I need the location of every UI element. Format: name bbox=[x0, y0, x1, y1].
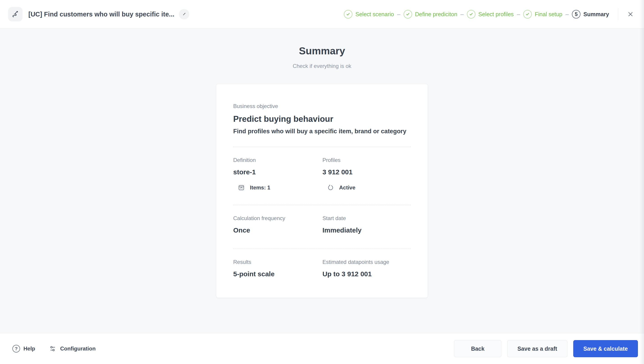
check-circle-icon bbox=[344, 10, 352, 19]
calculation-frequency-label: Calculation frequency bbox=[233, 215, 322, 221]
step-separator: – bbox=[517, 11, 520, 18]
vertical-divider bbox=[618, 8, 618, 20]
step-define-prediction[interactable]: Define prediciton bbox=[404, 10, 458, 19]
help-button[interactable]: ? Help bbox=[12, 345, 35, 352]
profiles-meta: Active bbox=[322, 184, 411, 191]
profiles-label: Profiles bbox=[322, 157, 411, 163]
results-label: Results bbox=[233, 259, 322, 265]
step-select-profiles[interactable]: Select profiles bbox=[467, 10, 514, 19]
step-label: Final setup bbox=[535, 11, 562, 18]
results-datapoints-section: Results 5-point scale Estimated datapoin… bbox=[233, 249, 411, 278]
definition-profiles-section: Definition store-1 Items: 1 Profiles 3 9… bbox=[233, 147, 411, 205]
definition-meta: Items: 1 bbox=[233, 184, 322, 191]
check-circle-icon bbox=[404, 10, 412, 19]
top-bar: [UC] Find customers who will buy specifi… bbox=[0, 0, 644, 29]
check-circle-icon bbox=[467, 10, 476, 19]
definition-field: Definition store-1 Items: 1 bbox=[233, 157, 322, 191]
document-title: [UC] Find customers who will buy specifi… bbox=[28, 11, 174, 18]
step-select-scenario[interactable]: Select scenario bbox=[344, 10, 394, 19]
configuration-label: Configuration bbox=[60, 345, 96, 352]
save-calculate-button[interactable]: Save & calculate bbox=[573, 340, 638, 357]
business-objective-description: Find profiles who will buy a specific it… bbox=[233, 128, 411, 135]
page-title: Summary bbox=[0, 45, 644, 57]
help-icon: ? bbox=[12, 345, 20, 352]
start-date-label: Start date bbox=[322, 215, 411, 221]
calculation-frequency-field: Calculation frequency Once bbox=[233, 215, 322, 234]
configuration-button[interactable]: Configuration bbox=[49, 345, 96, 352]
results-field: Results 5-point scale bbox=[233, 259, 322, 278]
app-tile bbox=[8, 7, 22, 22]
step-separator: – bbox=[397, 11, 400, 18]
step-label: Define prediciton bbox=[415, 11, 458, 18]
save-draft-button[interactable]: Save as a draft bbox=[507, 340, 568, 357]
profiles-value: 3 912 001 bbox=[322, 168, 411, 176]
main-content: Summary Check if everything is ok Busine… bbox=[0, 29, 644, 333]
back-button[interactable]: Back bbox=[454, 340, 501, 357]
step-number-circle: 5 bbox=[572, 10, 580, 19]
step-separator: – bbox=[460, 11, 464, 18]
flow-pencil-icon bbox=[11, 10, 20, 19]
pencil-icon bbox=[182, 12, 187, 17]
definition-items-count: Items: 1 bbox=[250, 184, 270, 191]
wizard-stepper: Select scenario – Define prediciton – Se… bbox=[344, 10, 609, 19]
check-circle-icon bbox=[523, 10, 532, 19]
start-date-value: Immediately bbox=[322, 226, 411, 234]
business-objective-value: Predict buying behaviour bbox=[233, 114, 411, 124]
step-final-setup[interactable]: Final setup bbox=[523, 10, 562, 19]
definition-value: store-1 bbox=[233, 168, 322, 176]
profiles-status-badge: Active bbox=[339, 184, 355, 191]
frequency-startdate-section: Calculation frequency Once Start date Im… bbox=[233, 205, 411, 248]
box-icon bbox=[238, 184, 245, 191]
datapoints-label: Estimated datapoints usage bbox=[322, 259, 411, 265]
calculation-frequency-value: Once bbox=[233, 226, 322, 234]
step-label: Select scenario bbox=[355, 11, 394, 18]
step-summary[interactable]: 5 Summary bbox=[572, 10, 609, 19]
profiles-field: Profiles 3 912 001 Active bbox=[322, 157, 411, 191]
definition-label: Definition bbox=[233, 157, 322, 163]
step-label: Summary bbox=[584, 11, 609, 18]
step-separator: – bbox=[566, 11, 569, 18]
close-icon bbox=[627, 10, 634, 18]
page-subtitle: Check if everything is ok bbox=[0, 63, 644, 69]
datapoints-value: Up to 3 912 001 bbox=[322, 270, 411, 278]
step-number: 5 bbox=[575, 11, 578, 17]
bottom-bar: ? Help Configuration Back Save as a draf… bbox=[0, 333, 644, 364]
business-objective-section: Business objective Predict buying behavi… bbox=[233, 103, 411, 135]
edit-title-button[interactable] bbox=[179, 9, 189, 20]
summary-card: Business objective Predict buying behavi… bbox=[216, 84, 428, 298]
step-label: Select profiles bbox=[478, 11, 514, 18]
sync-icon bbox=[327, 184, 334, 191]
results-value: 5-point scale bbox=[233, 270, 322, 278]
business-objective-label: Business objective bbox=[233, 103, 411, 109]
start-date-field: Start date Immediately bbox=[322, 215, 411, 234]
datapoints-field: Estimated datapoints usage Up to 3 912 0… bbox=[322, 259, 411, 278]
help-label: Help bbox=[24, 345, 35, 352]
close-button[interactable] bbox=[625, 9, 636, 20]
sliders-icon bbox=[49, 345, 57, 352]
